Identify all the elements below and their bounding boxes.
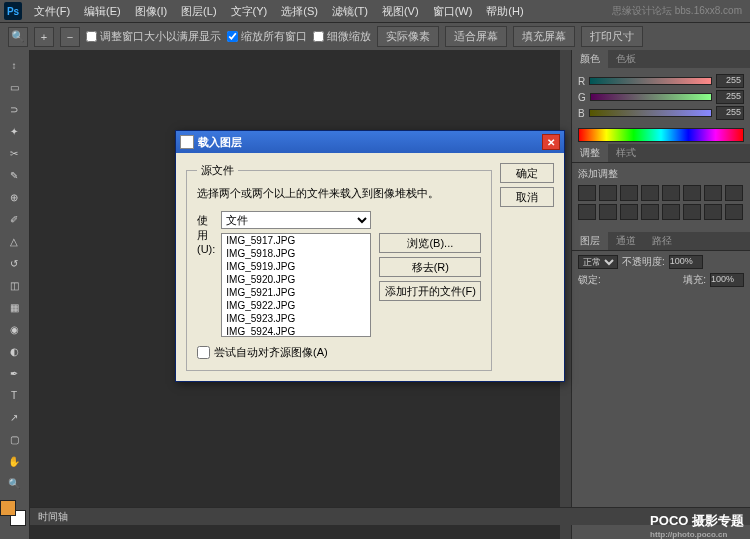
list-item[interactable]: IMG_5919.JPG	[222, 260, 370, 273]
zoom-out-icon[interactable]: −	[60, 27, 80, 47]
menu-edit[interactable]: 编辑(E)	[78, 2, 127, 21]
b-value[interactable]: 255	[716, 106, 744, 120]
lasso-tool-icon[interactable]: ⊃	[0, 99, 28, 119]
source-files-group: 源文件 选择两个或两个以上的文件来载入到图像堆栈中。 使用(U): 文件 IMG…	[186, 163, 492, 371]
lock-icon[interactable]	[653, 274, 665, 286]
menu-select[interactable]: 选择(S)	[275, 2, 324, 21]
adj-icon[interactable]	[662, 185, 680, 201]
move-tool-icon[interactable]: ↕	[0, 55, 28, 75]
ok-button[interactable]: 确定	[500, 163, 554, 183]
pen-tool-icon[interactable]: ✒	[0, 363, 28, 383]
cancel-button[interactable]: 取消	[500, 187, 554, 207]
channels-tab[interactable]: 通道	[608, 232, 644, 250]
auto-align-checkbox[interactable]: 尝试自动对齐源图像(A)	[197, 345, 481, 360]
add-open-files-button[interactable]: 添加打开的文件(F)	[379, 281, 481, 301]
adj-icon[interactable]	[704, 185, 722, 201]
lock-icon[interactable]	[621, 274, 633, 286]
adj-icon[interactable]	[578, 185, 596, 201]
adjust-tab[interactable]: 调整	[572, 144, 608, 162]
layers-tab[interactable]: 图层	[572, 232, 608, 250]
b-slider[interactable]	[589, 109, 712, 117]
fill-screen-button[interactable]: 填充屏幕	[513, 26, 575, 47]
crop-tool-icon[interactable]: ✂	[0, 143, 28, 163]
menu-type[interactable]: 文字(Y)	[225, 2, 274, 21]
menu-file[interactable]: 文件(F)	[28, 2, 76, 21]
list-item[interactable]: IMG_5922.JPG	[222, 299, 370, 312]
list-item[interactable]: IMG_5920.JPG	[222, 273, 370, 286]
menu-filter[interactable]: 滤镜(T)	[326, 2, 374, 21]
adj-icon[interactable]	[620, 204, 638, 220]
g-slider[interactable]	[590, 93, 712, 101]
g-value[interactable]: 255	[716, 90, 744, 104]
shape-tool-icon[interactable]: ▢	[0, 429, 28, 449]
paths-tab[interactable]: 路径	[644, 232, 680, 250]
swatch-tab[interactable]: 色板	[608, 50, 644, 68]
zoom-tool2-icon[interactable]: 🔍	[0, 473, 28, 493]
eraser-tool-icon[interactable]: ◫	[0, 275, 28, 295]
zoom-tool-icon[interactable]: 🔍	[8, 27, 28, 47]
marquee-tool-icon[interactable]: ▭	[0, 77, 28, 97]
r-value[interactable]: 255	[716, 74, 744, 88]
zoom-in-icon[interactable]: +	[34, 27, 54, 47]
file-listbox[interactable]: IMG_5917.JPG IMG_5918.JPG IMG_5919.JPG I…	[221, 233, 371, 337]
healing-tool-icon[interactable]: ⊕	[0, 187, 28, 207]
adj-icon[interactable]	[725, 204, 743, 220]
dialog-titlebar[interactable]: 载入图层 ✕	[176, 131, 564, 153]
close-button[interactable]: ✕	[542, 134, 560, 150]
adj-icon[interactable]	[641, 185, 659, 201]
menu-window[interactable]: 窗口(W)	[427, 2, 479, 21]
opacity-input[interactable]: 100%	[669, 255, 703, 269]
adj-icon[interactable]	[704, 204, 722, 220]
menu-view[interactable]: 视图(V)	[376, 2, 425, 21]
lock-icon[interactable]	[605, 274, 617, 286]
dodge-tool-icon[interactable]: ◐	[0, 341, 28, 361]
hand-tool-icon[interactable]: ✋	[0, 451, 28, 471]
timeline-label[interactable]: 时间轴	[38, 511, 68, 522]
adj-icon[interactable]	[641, 204, 659, 220]
adj-icon[interactable]	[683, 185, 701, 201]
adj-icon[interactable]	[683, 204, 701, 220]
list-item[interactable]: IMG_5917.JPG	[222, 234, 370, 247]
blur-tool-icon[interactable]: ◉	[0, 319, 28, 339]
adj-icon[interactable]	[620, 185, 638, 201]
list-item[interactable]: IMG_5923.JPG	[222, 312, 370, 325]
blend-mode-select[interactable]: 正常	[578, 255, 618, 269]
adj-icon[interactable]	[578, 204, 596, 220]
browse-button[interactable]: 浏览(B)...	[379, 233, 481, 253]
lock-icon[interactable]	[637, 274, 649, 286]
scrubby-zoom-checkbox[interactable]: 细微缩放	[313, 29, 371, 44]
fit-screen-button[interactable]: 适合屏幕	[445, 26, 507, 47]
list-item[interactable]: IMG_5918.JPG	[222, 247, 370, 260]
eyedropper-tool-icon[interactable]: ✎	[0, 165, 28, 185]
menu-help[interactable]: 帮助(H)	[480, 2, 529, 21]
adj-icon[interactable]	[725, 185, 743, 201]
adj-icon[interactable]	[599, 204, 617, 220]
type-tool-icon[interactable]: T	[0, 385, 28, 405]
color-swatches[interactable]	[0, 500, 26, 526]
group-legend: 源文件	[197, 163, 238, 178]
spectrum-bar[interactable]	[578, 128, 744, 142]
brush-tool-icon[interactable]: ✐	[0, 209, 28, 229]
list-item[interactable]: IMG_5924.JPG	[222, 325, 370, 337]
actual-pixels-button[interactable]: 实际像素	[377, 26, 439, 47]
color-tab[interactable]: 颜色	[572, 50, 608, 68]
adj-icon[interactable]	[599, 185, 617, 201]
menu-layer[interactable]: 图层(L)	[175, 2, 222, 21]
menu-image[interactable]: 图像(I)	[129, 2, 173, 21]
use-select[interactable]: 文件	[221, 211, 371, 229]
wand-tool-icon[interactable]: ✦	[0, 121, 28, 141]
fill-input[interactable]: 100%	[710, 273, 744, 287]
list-item[interactable]: IMG_5921.JPG	[222, 286, 370, 299]
history-brush-icon[interactable]: ↺	[0, 253, 28, 273]
r-slider[interactable]	[589, 77, 712, 85]
print-size-button[interactable]: 打印尺寸	[581, 26, 643, 47]
style-tab[interactable]: 样式	[608, 144, 644, 162]
resize-window-checkbox[interactable]: 调整窗口大小以满屏显示	[86, 29, 221, 44]
gradient-tool-icon[interactable]: ▦	[0, 297, 28, 317]
zoom-all-checkbox[interactable]: 缩放所有窗口	[227, 29, 307, 44]
adj-icon[interactable]	[662, 204, 680, 220]
remove-button[interactable]: 移去(R)	[379, 257, 481, 277]
stamp-tool-icon[interactable]: △	[0, 231, 28, 251]
path-tool-icon[interactable]: ↗	[0, 407, 28, 427]
fg-color-swatch[interactable]	[0, 500, 16, 516]
